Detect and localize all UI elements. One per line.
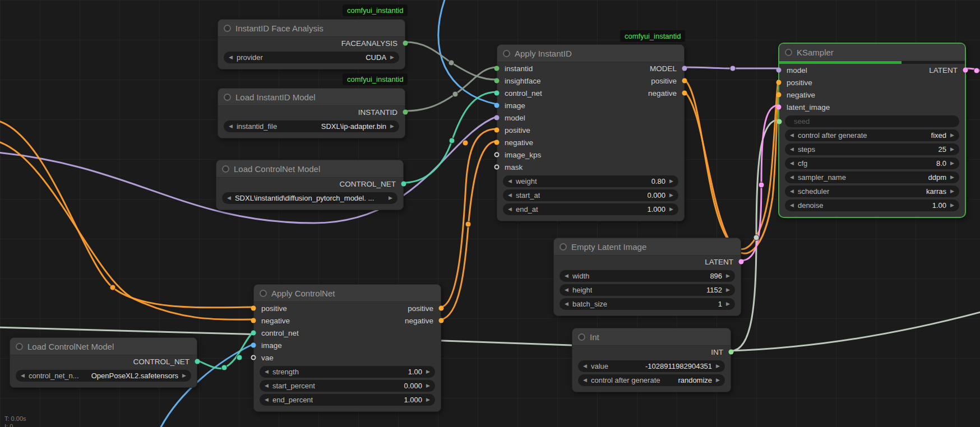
collapse-icon[interactable] — [16, 343, 23, 350]
collapse-icon[interactable] — [560, 243, 567, 250]
node-titlebar[interactable]: Load ControlNet Model — [216, 160, 403, 178]
widget-weight[interactable]: weight 0.80 — [503, 175, 678, 187]
input-dot-positive[interactable] — [776, 80, 782, 85]
reroute-dot[interactable] — [754, 235, 759, 240]
decrement-icon[interactable] — [565, 287, 568, 293]
widget-controlnet-name[interactable]: SDXL\instantid\diffusion_pytorch_model. … — [222, 192, 397, 204]
widget-seed-converted-input[interactable]: seed — [785, 115, 959, 127]
output-dot-model[interactable] — [682, 66, 687, 71]
input-dot-instantid[interactable] — [494, 66, 500, 71]
decrement-icon[interactable] — [583, 378, 587, 383]
node-ksampler[interactable]: KSampler model LATENT positive negative … — [778, 43, 966, 218]
node-instantid-face-analysis[interactable]: InstantID Face Analysis FACEANALYSIS pro… — [218, 19, 405, 69]
node-titlebar[interactable]: Empty Latent Image — [554, 238, 741, 256]
decrement-icon[interactable] — [790, 203, 794, 208]
collapse-icon[interactable] — [503, 50, 510, 57]
widget-control-after-generate[interactable]: control after generate fixed — [785, 129, 959, 141]
widget-control-after-generate[interactable]: control after generate randomize — [578, 374, 725, 386]
increment-icon[interactable] — [389, 196, 392, 201]
node-titlebar[interactable]: KSampler — [779, 44, 965, 61]
widget-value[interactable]: value -1028911982904351 — [578, 360, 725, 372]
node-load-controlnet-model-bottom[interactable]: Load ControlNet Model CONTROL_NET contro… — [10, 337, 197, 388]
decrement-icon[interactable] — [790, 147, 794, 152]
decrement-icon[interactable] — [265, 397, 269, 402]
decrement-icon[interactable] — [583, 364, 587, 369]
reroute-dot[interactable] — [452, 91, 458, 97]
reroute-dot[interactable] — [221, 365, 227, 370]
decrement-icon[interactable] — [508, 207, 512, 212]
input-dot-control-net[interactable] — [251, 331, 256, 336]
decrement-icon[interactable] — [508, 179, 512, 184]
node-load-controlnet-model-top[interactable]: Load ControlNet Model CONTROL_NET SDXL\i… — [216, 160, 404, 210]
output-dot-negative[interactable] — [682, 91, 687, 96]
output-dot-positive[interactable] — [682, 78, 687, 83]
increment-icon[interactable] — [669, 193, 673, 198]
decrement-icon[interactable] — [565, 301, 568, 307]
input-dot-image[interactable] — [494, 103, 500, 108]
increment-icon[interactable] — [726, 273, 730, 279]
input-dot-vae[interactable] — [251, 355, 256, 360]
increment-icon[interactable] — [950, 203, 954, 208]
widget-controlnet-name[interactable]: control_net_n... OpenPoseXL2.safetensors — [16, 370, 191, 382]
node-titlebar[interactable]: Load InstantID Model — [218, 89, 405, 106]
increment-icon[interactable] — [390, 55, 394, 60]
node-titlebar[interactable]: Int — [572, 328, 731, 346]
decrement-icon[interactable] — [565, 273, 568, 279]
collapse-icon[interactable] — [222, 165, 229, 173]
input-dot-image[interactable] — [251, 343, 256, 348]
reroute-dot[interactable] — [110, 285, 115, 290]
widget-denoise[interactable]: denoise 1.00 — [785, 199, 959, 211]
increment-icon[interactable] — [716, 378, 720, 383]
output-dot-latent[interactable] — [963, 68, 968, 73]
input-dot-mask[interactable] — [494, 165, 500, 170]
reroute-dot[interactable] — [730, 66, 736, 71]
increment-icon[interactable] — [950, 189, 954, 194]
widget-instantid-file[interactable]: instantid_file SDXL\ip-adapter.bin — [224, 120, 399, 132]
node-int[interactable]: Int INT value -1028911982904351 control … — [572, 328, 731, 392]
reroute-dot[interactable] — [974, 68, 979, 73]
widget-height[interactable]: height 1152 — [560, 284, 735, 296]
reroute-dot[interactable] — [449, 60, 454, 66]
node-titlebar[interactable]: InstantID Face Analysis — [218, 20, 405, 37]
widget-start-at[interactable]: start_at 0.000 — [503, 189, 678, 201]
output-dot-control-net[interactable] — [195, 359, 200, 364]
decrement-icon[interactable] — [21, 373, 25, 378]
node-load-instantid-model[interactable]: Load InstantID Model INSTANTID instantid… — [218, 88, 405, 138]
collapse-icon[interactable] — [578, 333, 585, 341]
node-titlebar[interactable]: Apply ControlNet — [254, 285, 441, 302]
increment-icon[interactable] — [426, 369, 430, 374]
widget-steps[interactable]: steps 25 — [785, 143, 959, 155]
widget-provider[interactable]: provider CUDA — [224, 52, 399, 63]
node-titlebar[interactable]: Load ControlNet Model — [10, 338, 197, 355]
input-dot-model[interactable] — [776, 68, 782, 73]
collapse-icon[interactable] — [260, 290, 267, 297]
input-dot-negative[interactable] — [251, 318, 256, 323]
increment-icon[interactable] — [669, 179, 673, 184]
increment-icon[interactable] — [726, 301, 730, 307]
increment-icon[interactable] — [426, 397, 430, 402]
decrement-icon[interactable] — [229, 55, 233, 60]
input-dot-negative[interactable] — [494, 140, 500, 145]
reroute-dot[interactable] — [465, 221, 471, 227]
output-dot-instantid[interactable] — [403, 110, 408, 115]
decrement-icon[interactable] — [265, 383, 269, 388]
input-dot-seed[interactable] — [777, 119, 782, 124]
node-apply-controlnet[interactable]: Apply ControlNet positive positive negat… — [253, 284, 441, 412]
increment-icon[interactable] — [426, 383, 430, 388]
output-dot-negative[interactable] — [439, 318, 444, 323]
decrement-icon[interactable] — [508, 193, 512, 198]
reroute-dot[interactable] — [449, 138, 455, 143]
collapse-icon[interactable] — [224, 94, 231, 101]
widget-end-at[interactable]: end_at 1.000 — [503, 203, 678, 215]
increment-icon[interactable] — [182, 373, 186, 378]
widget-cfg[interactable]: cfg 8.0 — [785, 157, 959, 169]
widget-sampler-name[interactable]: sampler_name ddpm — [785, 171, 959, 183]
increment-icon[interactable] — [390, 124, 394, 129]
increment-icon[interactable] — [669, 207, 673, 212]
decrement-icon[interactable] — [790, 175, 794, 180]
node-titlebar[interactable]: Apply InstantID — [497, 45, 684, 62]
input-dot-positive[interactable] — [494, 128, 500, 133]
collapse-icon[interactable] — [224, 25, 231, 32]
input-dot-insightface[interactable] — [494, 78, 500, 83]
node-apply-instantid[interactable]: Apply InstantID instantid MODEL insightf… — [497, 44, 685, 221]
